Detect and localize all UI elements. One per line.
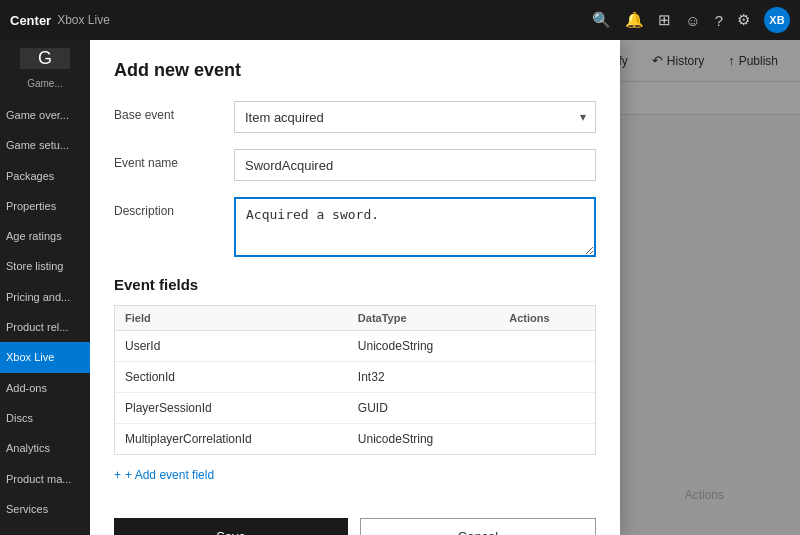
field-actions [499,331,595,362]
avatar[interactable]: XB [764,7,790,33]
form-row-event-name: Event name [114,149,596,181]
field-name: PlayerSessionId [115,393,348,424]
field-actions [499,362,595,393]
sidebar-item-store-listing[interactable]: Store listing [0,251,90,281]
field-actions [499,393,595,424]
fields-table: Field DataType Actions UserId UnicodeStr… [115,306,595,454]
app-title: Center [10,13,51,28]
description-label: Description [114,197,234,218]
modal-panel: Add new event Base event Item acquired A… [90,40,620,535]
base-event-control: Item acquired Achievement unlocked Level… [234,101,596,133]
sidebar-item-product-rel[interactable]: Product rel... [0,312,90,342]
save-button[interactable]: Save [114,518,348,535]
sidebar-item-packages[interactable]: Packages [0,161,90,191]
settings-icon[interactable]: ⚙ [737,11,750,29]
field-datatype: UnicodeString [348,424,499,455]
cancel-button[interactable]: Cancel [360,518,596,535]
sidebar-item-xbox-live[interactable]: Xbox Live [0,342,90,372]
event-fields-title: Event fields [114,276,596,293]
sidebar-item-properties[interactable]: Properties [0,191,90,221]
modal-backdrop: Add new event Base event Item acquired A… [90,40,800,535]
field-name: UserId [115,331,348,362]
sidebar-item-game-setup[interactable]: Game setu... [0,130,90,160]
col-datatype: DataType [348,306,499,331]
help-icon[interactable]: ? [715,12,723,29]
table-row: SectionId Int32 [115,362,595,393]
top-bar-icons: 🔍 🔔 ⊞ ☺ ? ⚙ XB [592,7,790,33]
field-datatype: GUID [348,393,499,424]
base-event-select-wrapper: Item acquired Achievement unlocked Level… [234,101,596,133]
add-field-label: + Add event field [125,468,214,482]
sidebar-app-name: Game... [0,77,90,90]
form-row-description: Description Acquired a sword. [114,197,596,260]
modal-title: Add new event [114,60,596,81]
modal-actions: Save Cancel [114,518,596,535]
bell-icon[interactable]: 🔔 [625,11,644,29]
col-actions: Actions [499,306,595,331]
field-name: MultiplayerCorrelationId [115,424,348,455]
base-event-select[interactable]: Item acquired Achievement unlocked Level… [234,101,596,133]
top-bar: Center Xbox Live 🔍 🔔 ⊞ ☺ ? ⚙ XB [0,0,800,40]
form-row-base-event: Base event Item acquired Achievement unl… [114,101,596,133]
main-layout: G Game... Game over... Game setu... Pack… [0,40,800,535]
table-header-row: Field DataType Actions [115,306,595,331]
sidebar-app-icon-letter: G [38,48,52,69]
search-icon[interactable]: 🔍 [592,11,611,29]
event-name-label: Event name [114,149,234,170]
event-name-input[interactable] [234,149,596,181]
sidebar-item-addons[interactable]: Add-ons [0,373,90,403]
sidebar-item-pricing[interactable]: Pricing and... [0,282,90,312]
description-textarea[interactable]: Acquired a sword. [234,197,596,257]
col-field: Field [115,306,348,331]
base-event-label: Base event [114,101,234,122]
app-subtitle: Xbox Live [57,13,110,27]
event-name-control [234,149,596,181]
smiley-icon[interactable]: ☺ [685,12,700,29]
table-row: MultiplayerCorrelationId UnicodeString [115,424,595,455]
field-datatype: UnicodeString [348,331,499,362]
description-control: Acquired a sword. [234,197,596,260]
add-icon: + [114,468,121,482]
field-actions [499,424,595,455]
table-row: UserId UnicodeString [115,331,595,362]
sidebar-item-game-overview[interactable]: Game over... [0,100,90,130]
fields-table-container: Field DataType Actions UserId UnicodeStr… [114,305,596,455]
sidebar-item-age-ratings[interactable]: Age ratings [0,221,90,251]
field-name: SectionId [115,362,348,393]
add-event-field-link[interactable]: + + Add event field [114,468,214,482]
sidebar: G Game... Game over... Game setu... Pack… [0,40,90,535]
sidebar-item-services[interactable]: Services [0,494,90,524]
sidebar-item-product-ma[interactable]: Product ma... [0,464,90,494]
table-row: PlayerSessionId GUID [115,393,595,424]
sidebar-item-supplement[interactable]: Supplemen... [0,524,90,535]
sidebar-app-icon: G [20,48,70,69]
grid-icon[interactable]: ⊞ [658,11,671,29]
sidebar-item-analytics[interactable]: Analytics [0,433,90,463]
content-area: ↑ Export ✓ Certify ↶ History ↑ Publish [90,40,800,535]
field-datatype: Int32 [348,362,499,393]
sidebar-item-discs[interactable]: Discs [0,403,90,433]
